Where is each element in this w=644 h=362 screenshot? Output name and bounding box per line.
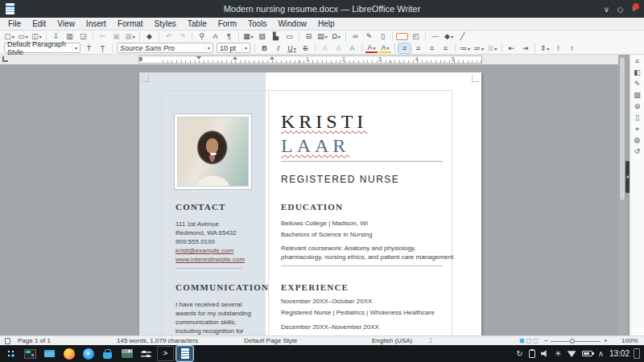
email-link[interactable]: kristi@example.com bbox=[175, 246, 233, 255]
undo-button[interactable]: ↶ bbox=[163, 31, 175, 41]
volume-tray-icon[interactable] bbox=[541, 350, 549, 358]
italic-button[interactable]: I bbox=[272, 43, 284, 53]
font-color-button[interactable]: A▾ bbox=[365, 43, 378, 53]
konsole-terminal-icon[interactable] bbox=[157, 346, 174, 361]
manage-changes-icon[interactable]: ↺ bbox=[634, 146, 641, 158]
align-right-button[interactable]: ≡ bbox=[426, 43, 438, 53]
bullet-list-button-dropdown[interactable]: ▾ bbox=[468, 47, 470, 51]
accessibility-check-icon[interactable]: ◍ bbox=[634, 135, 641, 146]
firefox-icon[interactable] bbox=[60, 346, 77, 361]
libreoffice-writer-task[interactable] bbox=[176, 346, 193, 361]
multi-page-view-button[interactable]: ◻ bbox=[526, 337, 534, 344]
app-launcher-icon[interactable] bbox=[2, 346, 19, 361]
clear-formatting-button[interactable]: A bbox=[346, 43, 358, 53]
insert-image-button[interactable]: ▨ bbox=[256, 31, 268, 41]
insert-field-button-dropdown[interactable]: ▾ bbox=[325, 35, 328, 39]
outline-list-button[interactable]: ≣▾ bbox=[486, 43, 498, 53]
menu-tools[interactable]: Tools bbox=[242, 18, 272, 30]
discover-software-icon[interactable] bbox=[99, 346, 116, 361]
insert-textbox-button[interactable]: ▭ bbox=[283, 31, 295, 41]
style-inspector-icon[interactable]: ⌖ bbox=[635, 124, 639, 135]
font-color-button-dropdown[interactable]: ▾ bbox=[374, 46, 376, 51]
insert-comment-button[interactable] bbox=[396, 33, 408, 40]
menu-table[interactable]: Table bbox=[182, 18, 213, 30]
clock[interactable]: 13:02 bbox=[609, 349, 630, 358]
zoom-percent[interactable]: 100% bbox=[621, 337, 638, 344]
align-left-button[interactable]: ≡ bbox=[398, 43, 411, 53]
underline-button-dropdown[interactable]: ▾ bbox=[294, 47, 296, 51]
image-viewer-icon[interactable] bbox=[118, 346, 135, 361]
menu-styles[interactable]: Styles bbox=[149, 18, 182, 30]
align-center-button[interactable]: ≡ bbox=[412, 43, 424, 53]
zoom-out-button[interactable]: − bbox=[544, 337, 548, 344]
titlebar[interactable]: Modern nursing resume.docx — LibreOffice… bbox=[0, 0, 644, 18]
dolphin-file-manager-icon[interactable] bbox=[41, 346, 58, 361]
subscript-button[interactable]: A bbox=[332, 43, 345, 53]
update-style-button[interactable]: Ṫ bbox=[83, 43, 95, 53]
insert-field-button[interactable]: ▤▾ bbox=[316, 31, 328, 41]
insert-bookmark-button[interactable]: ▯ bbox=[377, 31, 389, 41]
font-name-dropdown[interactable]: ▾ bbox=[204, 45, 210, 51]
sync-tray-icon[interactable]: ↻ bbox=[516, 346, 522, 361]
document-canvas[interactable]: KRISTI LAAR REGISTERED NURSE CONTACT 111… bbox=[0, 64, 618, 335]
page-count-status[interactable]: Page 1 of 1 bbox=[18, 337, 51, 344]
navigator-deck-icon[interactable]: ⊚ bbox=[634, 101, 641, 113]
justify-button[interactable]: ≡ bbox=[440, 43, 452, 53]
show-desktop-button[interactable] bbox=[634, 348, 640, 359]
freeform-line-button[interactable]: ╱ bbox=[456, 31, 469, 41]
paste-button-dropdown[interactable]: ▾ bbox=[133, 35, 135, 39]
wifi-tray-icon[interactable] bbox=[568, 350, 576, 357]
konqueror-browser-icon[interactable] bbox=[80, 346, 97, 361]
formatting-marks-button[interactable]: ¶ bbox=[223, 31, 235, 41]
clipboard-tray-icon[interactable] bbox=[529, 350, 535, 358]
open-file-button-dropdown[interactable]: ▾ bbox=[26, 35, 28, 39]
bullet-list-button[interactable]: ≔▾ bbox=[459, 43, 471, 53]
zoom-slider-knob[interactable] bbox=[570, 339, 575, 343]
menu-help[interactable]: Help bbox=[312, 18, 341, 30]
document-page[interactable]: KRISTI LAAR REGISTERED NURSE CONTACT 111… bbox=[139, 72, 481, 335]
highlight-color-button-dropdown[interactable]: ▾ bbox=[387, 46, 390, 51]
book-view-button[interactable]: ◻ bbox=[533, 337, 540, 344]
highlight-color-button[interactable]: A▾ bbox=[379, 43, 391, 53]
underline-button[interactable]: U▾ bbox=[286, 43, 298, 53]
properties-deck-icon[interactable]: ◧ bbox=[634, 68, 641, 79]
outline-list-button-dropdown[interactable]: ▾ bbox=[494, 47, 497, 51]
brightness-tray-icon[interactable]: ☀ bbox=[555, 346, 562, 361]
basic-shapes-button-dropdown[interactable]: ▾ bbox=[451, 35, 453, 39]
font-size-dropdown[interactable]: ▾ bbox=[242, 45, 247, 51]
increase-para-space-button[interactable]: ⇞ bbox=[552, 43, 564, 53]
word-count-status[interactable]: 145 words, 1,079 characters bbox=[117, 337, 198, 344]
insert-footnote-button[interactable]: ✎ bbox=[363, 31, 375, 41]
basic-shapes-button[interactable]: ◆▾ bbox=[443, 31, 455, 41]
menu-insert[interactable]: Insert bbox=[80, 18, 112, 30]
increase-indent-button[interactable]: ⇥ bbox=[519, 43, 531, 53]
superscript-button[interactable]: A bbox=[319, 43, 331, 53]
numbered-list-button[interactable]: ≕▾ bbox=[473, 43, 485, 53]
line-spacing-button[interactable]: ⇕▾ bbox=[539, 43, 551, 53]
paste-button[interactable]: ▦▾ bbox=[124, 31, 136, 41]
strikethrough-button[interactable]: S bbox=[299, 43, 312, 53]
insert-hyperlink-button[interactable]: ∞ bbox=[349, 31, 361, 41]
minimize-button[interactable]: ∨ bbox=[600, 5, 613, 14]
font-size-combo[interactable]: 10 pt ▾ bbox=[217, 43, 250, 53]
line-spacing-button-dropdown[interactable]: ▾ bbox=[547, 47, 549, 51]
menu-form[interactable]: Form bbox=[213, 18, 242, 30]
insert-page-break-button[interactable]: ⊟ bbox=[303, 31, 315, 41]
page-style-status[interactable]: Default Page Style bbox=[244, 337, 297, 344]
numbered-list-button-dropdown[interactable]: ▾ bbox=[481, 47, 484, 51]
sidebar-settings-icon[interactable]: ≡ bbox=[635, 56, 639, 68]
website-link[interactable]: www.interestingsite.com bbox=[175, 255, 245, 264]
single-page-view-button[interactable]: ◼ bbox=[519, 337, 526, 344]
tray-expander-icon[interactable]: ∧ bbox=[598, 346, 604, 361]
selection-mode-icon[interactable]: ⌶ bbox=[429, 337, 433, 345]
save-button-dropdown[interactable]: ▾ bbox=[39, 35, 42, 39]
insert-chart-button[interactable]: ▙ bbox=[270, 31, 282, 41]
horizontal-ruler[interactable]: 12345678 bbox=[138, 56, 482, 64]
zoom-slider[interactable] bbox=[551, 341, 601, 342]
clone-formatting-button[interactable]: ◆ bbox=[143, 31, 155, 41]
maximize-button[interactable]: ◇ bbox=[613, 5, 627, 14]
paragraph-style-dropdown[interactable]: ▾ bbox=[72, 45, 77, 51]
page-deck-icon[interactable]: ▯ bbox=[635, 113, 639, 124]
vertical-scrollbar[interactable] bbox=[618, 55, 626, 335]
print-preview-button[interactable]: ◲ bbox=[77, 31, 89, 41]
